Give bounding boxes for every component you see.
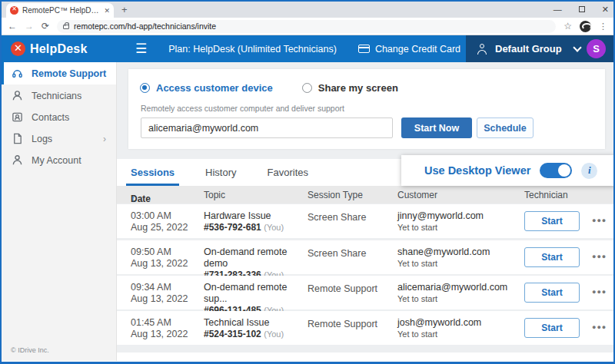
- cell-date-time: 09:34 AMAug 13, 2022: [131, 282, 188, 305]
- minimize-button[interactable]: —: [554, 5, 562, 14]
- column-topic: Topic: [204, 190, 225, 200]
- group-label: Default Group: [495, 43, 562, 55]
- new-tab-button[interactable]: +: [121, 4, 128, 15]
- tab-history[interactable]: History: [205, 159, 236, 186]
- sidebar-label: Remote Support: [32, 68, 106, 79]
- cell-topic: Hardware Issue#536-792-681 (You): [204, 210, 304, 233]
- back-icon[interactable]: ←: [8, 21, 17, 31]
- submenu-chevron-icon: ›: [103, 134, 106, 144]
- radio-selected-icon: [140, 83, 150, 93]
- tab-favorites[interactable]: Favorites: [268, 159, 308, 186]
- sidebar-label: Logs: [32, 134, 52, 144]
- sidebar-item-logs[interactable]: Logs ›: [2, 128, 116, 149]
- cell-customer: alicemaria@myworld.comYet to start: [397, 282, 507, 305]
- desktop-viewer-label: Use Desktop Viewer: [424, 164, 530, 177]
- row-start-button[interactable]: Start: [524, 247, 580, 267]
- user-avatar[interactable]: S: [587, 39, 606, 58]
- helpdesk-logo[interactable]: HelpDesk: [2, 41, 117, 56]
- session-id: #524-315-102: [204, 329, 261, 339]
- session-status: Yet to start: [397, 329, 437, 339]
- tab-close-icon[interactable]: ✕: [104, 7, 110, 15]
- sidebar-label: Technicians: [32, 91, 81, 101]
- radio-share-label: Share my screen: [318, 82, 398, 94]
- table-row: 03:00 AMAug 25, 2022 Hardware Issue#536-…: [117, 204, 615, 238]
- chevron-down-icon: [573, 43, 581, 51]
- cell-customer: josh@myworld.comYet to start: [397, 317, 481, 340]
- copyright-text: © IDrive Inc.: [11, 346, 49, 354]
- browser-tab-title: RemotePC™ HelpDesk - Remote: [22, 6, 100, 15]
- radio-share-my-screen[interactable]: Share my screen: [302, 82, 398, 94]
- sidebar-item-contacts[interactable]: Contacts: [2, 107, 116, 127]
- start-now-button[interactable]: Start Now: [401, 117, 472, 138]
- credit-card-icon: [358, 45, 370, 53]
- partial-next-row: [117, 352, 613, 361]
- desktop-viewer-toggle[interactable]: [540, 163, 572, 178]
- row-start-button[interactable]: Start: [524, 283, 580, 303]
- browser-toolbar: ← → ⟳ remotepc.com/hd-app/technicians/in…: [2, 18, 613, 35]
- headset-icon: [12, 68, 23, 79]
- lifebuoy-logo-icon: [11, 41, 25, 56]
- change-credit-card-button[interactable]: Change Credit Card: [358, 44, 460, 55]
- remotepc-favicon-icon: [10, 6, 18, 15]
- sidebar-item-remote-support[interactable]: Remote Support: [2, 62, 116, 84]
- info-icon[interactable]: i: [581, 163, 597, 179]
- browser-profile-avatar[interactable]: [580, 21, 591, 32]
- tab-sessions[interactable]: Sessions: [131, 159, 175, 186]
- hamburger-menu-icon[interactable]: ☰: [135, 42, 147, 55]
- window-controls: — ✕: [554, 2, 609, 17]
- table-row: 09:50 AMAug 13, 2022 On-demand remote de…: [117, 240, 615, 274]
- group-icon: [477, 44, 489, 54]
- radio-unselected-icon: [302, 83, 312, 93]
- url-text: remotepc.com/hd-app/technicians/invite: [74, 22, 216, 31]
- brand-name: HelpDesk: [30, 42, 88, 56]
- session-status: Yet to start: [397, 294, 437, 303]
- customer-email-input[interactable]: [141, 117, 393, 138]
- radio-access-label: Access customer device: [156, 82, 273, 94]
- window-close-button[interactable]: ✕: [602, 5, 609, 14]
- row-start-button[interactable]: Start: [524, 318, 580, 338]
- maximize-button[interactable]: [579, 6, 585, 12]
- contact-card-icon: [12, 111, 23, 123]
- session-status: Yet to start: [397, 259, 437, 268]
- app-header: HelpDesk ☰ Plan: HelpDesk (Unlimited Tec…: [2, 35, 613, 62]
- sessions-table-header: Date & Time ↑ Topic Session Type Custome…: [117, 186, 615, 204]
- row-start-button[interactable]: Start: [524, 211, 580, 231]
- sidebar-item-my-account[interactable]: My Account: [2, 150, 116, 170]
- radio-access-customer-device[interactable]: Access customer device: [140, 82, 273, 94]
- row-more-options-icon[interactable]: ●●●: [592, 323, 607, 331]
- sidebar-label: Contacts: [32, 112, 69, 123]
- row-more-options-icon[interactable]: ●●●: [592, 253, 607, 260]
- cell-topic: Technical Issue#524-315-102 (You): [204, 317, 304, 340]
- reload-icon[interactable]: ⟳: [42, 21, 49, 31]
- browser-tabstrip: RemotePC™ HelpDesk - Remote ✕ + — ✕: [2, 2, 613, 18]
- browser-tab[interactable]: RemotePC™ HelpDesk - Remote ✕: [6, 3, 114, 18]
- forward-icon[interactable]: →: [25, 21, 34, 31]
- lock-icon: [63, 25, 69, 29]
- cell-date-time: 01:45 AMAug 13, 2022: [131, 317, 188, 340]
- person-icon: [12, 154, 23, 166]
- address-bar[interactable]: remotepc.com/hd-app/technicians/invite: [57, 20, 556, 33]
- bookmark-star-icon[interactable]: ☆: [563, 21, 572, 31]
- column-customer: Customer: [397, 190, 437, 200]
- technician-icon: [12, 90, 23, 101]
- cell-session-type: Screen Share: [308, 212, 366, 223]
- cell-customer: jinny@myworld.comYet to start: [397, 210, 484, 233]
- row-more-options-icon[interactable]: ●●●: [592, 288, 607, 296]
- form-helper-text: Remotely access customer computer and de…: [141, 104, 344, 113]
- sidebar-label: My Account: [32, 155, 81, 166]
- sidebar-item-technicians[interactable]: Technicians: [2, 85, 116, 106]
- session-id: #536-792-681: [204, 222, 261, 233]
- cell-date-time: 03:00 AMAug 25, 2022: [131, 210, 188, 233]
- plan-label: Plan: HelpDesk (Unlimited Technicians): [168, 44, 337, 55]
- cell-date-time: 09:50 AMAug 13, 2022: [131, 247, 188, 270]
- document-icon: [12, 133, 23, 144]
- desktop-viewer-card: Use Desktop Viewer i: [401, 155, 615, 186]
- row-more-options-icon[interactable]: ●●●: [592, 217, 607, 224]
- sort-ascending-icon: ↑: [131, 194, 135, 204]
- change-credit-card-label: Change Credit Card: [375, 44, 460, 55]
- sidebar: Remote Support Technicians Contacts Logs…: [2, 62, 117, 361]
- browser-window: RemotePC™ HelpDesk - Remote ✕ + — ✕ ← → …: [0, 0, 615, 364]
- session-status: Yet to start: [397, 223, 437, 232]
- browser-menu-icon[interactable]: ⋮: [599, 22, 607, 31]
- schedule-button[interactable]: Schedule: [477, 117, 534, 138]
